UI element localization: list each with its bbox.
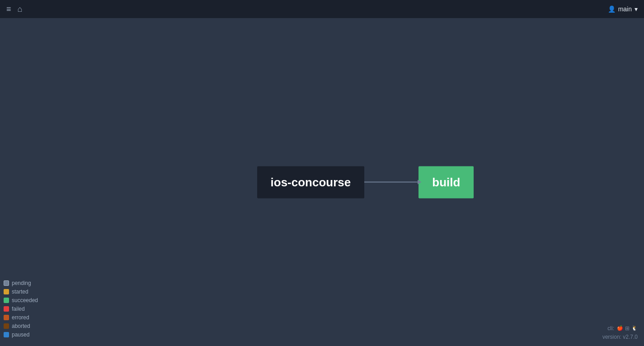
- legend-label-succeeded: succeeded: [12, 297, 38, 303]
- legend-label-started: started: [12, 289, 28, 295]
- pipeline-graph: ios-concourse build: [257, 166, 474, 198]
- user-icon: 👤: [608, 5, 616, 13]
- linux-icon[interactable]: 🐧: [631, 324, 638, 332]
- legend-item-errored: errored: [4, 314, 38, 321]
- legend-item-paused: paused: [4, 332, 38, 338]
- legend-label-errored: errored: [12, 314, 29, 321]
- legend-dot-aborted: [4, 323, 9, 329]
- home-icon[interactable]: ⌂: [18, 5, 23, 14]
- hamburger-icon[interactable]: ≡: [6, 5, 11, 14]
- legend-dot-succeeded: [4, 298, 9, 303]
- legend-item-aborted: aborted: [4, 323, 38, 329]
- legend-dot-started: [4, 289, 9, 294]
- windows-icon[interactable]: ⊞: [625, 324, 630, 333]
- legend-dot-failed: [4, 306, 9, 312]
- legend-label-aborted: aborted: [12, 323, 30, 329]
- version-row: version: v2.7.0: [602, 333, 638, 341]
- dropdown-arrow-icon: ▾: [635, 5, 638, 13]
- footer-info: cli: 🍎 ⊞ 🐧 version: v2.7.0: [602, 324, 638, 341]
- legend-item-failed: failed: [4, 306, 38, 312]
- legend-dot-pending: [4, 280, 9, 286]
- topbar: ≡ ⌂ 👤 main ▾: [0, 0, 644, 18]
- legend-label-pending: pending: [12, 280, 31, 286]
- legend-label-paused: paused: [12, 332, 29, 338]
- version-value: v2.7.0: [623, 334, 638, 340]
- version-label: version:: [602, 334, 621, 340]
- user-name: main: [618, 5, 632, 13]
- legend-item-succeeded: succeeded: [4, 297, 38, 303]
- cli-icons: 🍎 ⊞ 🐧: [617, 324, 638, 333]
- cli-row: cli: 🍎 ⊞ 🐧: [602, 324, 638, 333]
- pipeline-node[interactable]: ios-concourse: [257, 166, 365, 198]
- connector-line: [364, 182, 418, 183]
- legend: pendingstartedsucceededfailederroredabor…: [4, 280, 38, 338]
- job-node[interactable]: build: [418, 166, 474, 198]
- legend-dot-errored: [4, 315, 9, 320]
- apple-icon[interactable]: 🍎: [617, 324, 623, 332]
- legend-label-failed: failed: [12, 306, 25, 312]
- legend-item-pending: pending: [4, 280, 38, 286]
- legend-item-started: started: [4, 289, 38, 295]
- pipeline-canvas: ios-concourse build pendingstartedsuccee…: [0, 18, 644, 346]
- topbar-left: ≡ ⌂: [6, 5, 22, 14]
- legend-dot-paused: [4, 332, 9, 337]
- user-menu[interactable]: 👤 main ▾: [608, 5, 638, 13]
- cli-label: cli:: [607, 324, 614, 333]
